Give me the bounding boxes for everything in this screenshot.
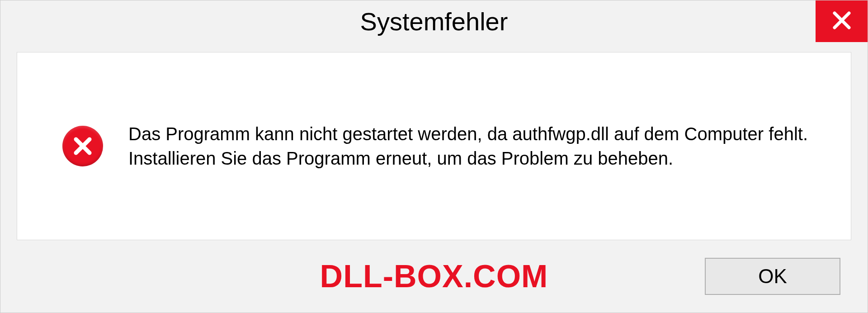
close-button[interactable] bbox=[816, 0, 868, 42]
dialog-title: Systemfehler bbox=[360, 7, 508, 36]
close-icon bbox=[832, 10, 852, 32]
ok-button[interactable]: OK bbox=[705, 258, 840, 295]
ok-button-label: OK bbox=[758, 265, 787, 288]
error-message: Das Programm kann nicht gestartet werden… bbox=[128, 122, 824, 171]
content-panel: Das Programm kann nicht gestartet werden… bbox=[17, 52, 851, 240]
titlebar: Systemfehler bbox=[0, 0, 868, 42]
watermark-text: DLL-BOX.COM bbox=[320, 258, 548, 294]
dialog-footer: DLL-BOX.COM OK bbox=[0, 240, 868, 313]
error-dialog: Systemfehler Das Programm kann nicht ges… bbox=[0, 0, 868, 313]
error-icon bbox=[62, 126, 103, 166]
